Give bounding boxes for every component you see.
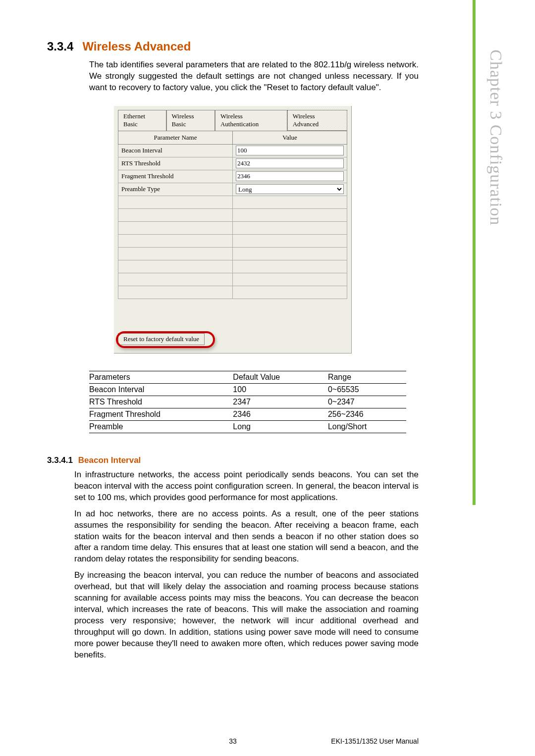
ref-header: Parameters	[89, 371, 233, 383]
subsection-number: 3.3.4.1	[47, 455, 73, 465]
preamble-type-select[interactable]: Long	[236, 184, 344, 194]
param-label: Preamble Type	[118, 183, 233, 196]
section-intro: The tab identifies several parameters th…	[89, 59, 419, 94]
fragment-threshold-input[interactable]	[236, 171, 344, 181]
subsection-title: Beacon Interval	[78, 455, 141, 465]
tab-wireless-auth[interactable]: Wireless Authentication	[215, 110, 287, 131]
right-accent-bar	[473, 0, 476, 505]
table-row: RTS Threshold	[118, 157, 347, 170]
tab-wireless-basic[interactable]: Wireless Basic	[166, 110, 215, 131]
manual-title: EKI-1351/1352 User Manual	[331, 737, 419, 745]
form-header-name: Parameter Name	[118, 131, 233, 144]
body-paragraph: In infrastructure networks, the access p…	[74, 469, 419, 504]
ref-header: Range	[328, 371, 406, 383]
page-content: 3.3.4Wireless Advanced The tab identifie…	[47, 40, 419, 666]
chapter-side-label: Chapter 3 Configuration	[486, 50, 505, 225]
page-number: 33	[229, 737, 237, 745]
parameter-form-table: Parameter Name Value Beacon Interval RTS…	[118, 131, 347, 299]
table-row: Fragment Threshold	[118, 170, 347, 183]
table-row: Preamble Long Long/Short	[89, 420, 406, 433]
ref-header: Default Value	[233, 371, 328, 383]
form-header-value: Value	[233, 131, 347, 144]
table-row: RTS Threshold 2347 0~2347	[89, 396, 406, 408]
body-paragraph: In ad hoc networks, there are no access …	[74, 508, 419, 565]
tab-wireless-advanced[interactable]: Wireless Advanced	[287, 110, 347, 131]
body-paragraph: By increasing the beacon interval, you c…	[74, 570, 419, 661]
section-number: 3.3.4	[47, 40, 73, 53]
param-label: Fragment Threshold	[118, 170, 233, 183]
reference-table: Parameters Default Value Range Beacon In…	[89, 371, 406, 433]
subsection-heading: 3.3.4.1 Beacon Interval	[47, 455, 419, 465]
table-row: Fragment Threshold 2346 256~2346	[89, 408, 406, 420]
beacon-interval-input[interactable]	[236, 146, 344, 155]
tab-ethernet-basic[interactable]: Ethernet Basic	[118, 110, 166, 131]
table-row: Beacon Interval	[118, 144, 347, 157]
reset-factory-button[interactable]: Reset to factory default value	[118, 333, 205, 345]
param-label: RTS Threshold	[118, 157, 233, 170]
section-title: Wireless Advanced	[82, 40, 191, 53]
section-heading: 3.3.4Wireless Advanced	[47, 40, 419, 53]
rts-threshold-input[interactable]	[236, 158, 344, 168]
table-row: Preamble Type Long	[118, 183, 347, 196]
tab-bar: Ethernet Basic Wireless Basic Wireless A…	[114, 106, 351, 131]
param-label: Beacon Interval	[118, 144, 233, 157]
table-row: Beacon Interval 100 0~65535	[89, 383, 406, 396]
config-screenshot: Ethernet Basic Wireless Basic Wireless A…	[114, 106, 352, 353]
